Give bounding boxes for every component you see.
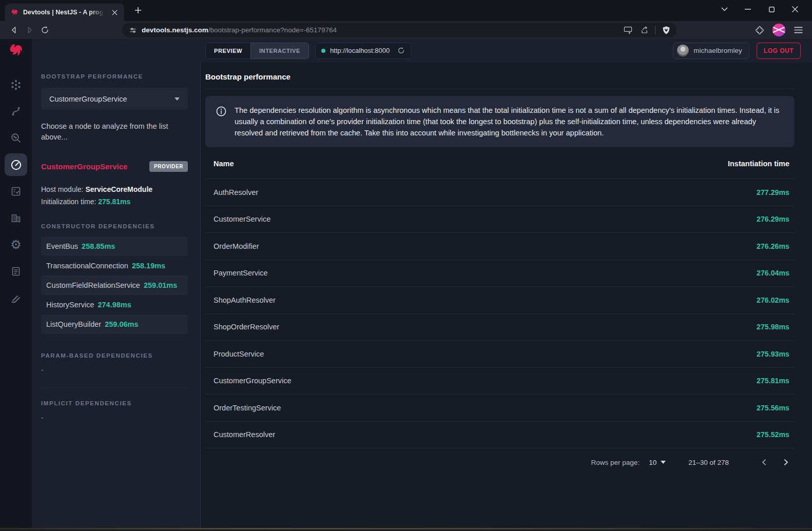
logout-button[interactable]: LOG OUT — [757, 43, 801, 59]
row-name: OrderTestingService — [214, 404, 281, 412]
devtools-app: PREVIEW INTERACTIVE http://localhost:800… — [0, 39, 812, 529]
node-select-dropdown[interactable]: CustomerGroupService — [41, 88, 188, 110]
toolbar-right-actions — [752, 23, 806, 37]
site-settings-icon[interactable] — [129, 26, 137, 34]
close-window-button[interactable] — [783, 1, 807, 17]
table-row[interactable]: CustomerService276.29ms — [205, 206, 795, 233]
username: michaelbromley — [693, 47, 742, 54]
pagination-bar: Rows per page: 10 21–30 of 278 — [205, 448, 795, 476]
app-header: PREVIEW INTERACTIVE http://localhost:800… — [0, 39, 812, 62]
table-row[interactable]: AuthResolver277.29ms — [205, 179, 795, 206]
node-name: CustomerGroupService — [41, 162, 127, 171]
forward-button[interactable] — [22, 23, 37, 37]
table-body: AuthResolver277.29msCustomerService276.2… — [205, 179, 795, 448]
user-avatar — [677, 45, 689, 56]
window-controls — [712, 0, 807, 18]
info-callout: The dependencies resolution algorithm is… — [205, 96, 795, 147]
row-name: AuthResolver — [214, 188, 258, 196]
node-meta: Host module: ServiceCoreModule Initializ… — [41, 183, 188, 208]
dependency-name: CustomFieldRelationService — [46, 281, 140, 289]
dependency-item[interactable]: TransactionalConnection258.19ms — [41, 256, 188, 276]
table-row[interactable]: ProductService275.93ms — [205, 341, 795, 368]
window-bottom-edge — [0, 528, 812, 529]
tab-search-chevron-icon[interactable] — [712, 1, 736, 17]
dependency-name: ListQueryBuilder — [46, 320, 101, 328]
dependency-item[interactable]: CustomFieldRelationService259.01ms — [41, 276, 188, 295]
performance-table: Name Instantiation time AuthResolver277.… — [205, 148, 795, 448]
dependency-time: 274.98ms — [98, 301, 131, 309]
graph-icon[interactable] — [5, 73, 27, 96]
previous-page-button[interactable] — [756, 454, 773, 471]
panel-hint: Choose a node to analyze from the list a… — [41, 121, 175, 143]
rows-per-page-select[interactable]: 10 — [649, 459, 666, 466]
table-row[interactable]: CustomerResolver275.52ms — [205, 422, 795, 449]
insights-icon[interactable] — [5, 127, 27, 149]
routes-icon[interactable] — [5, 100, 27, 123]
tools-icon[interactable] — [5, 287, 27, 309]
main-content: Bootstrap performance The dependencies r… — [201, 62, 812, 529]
dependency-time: 258.85ms — [82, 242, 115, 250]
reading-mode-icon[interactable] — [621, 24, 635, 37]
reload-button[interactable] — [37, 23, 52, 37]
implicit-deps-empty: - — [41, 414, 188, 422]
rows-per-page-value: 10 — [649, 459, 656, 466]
address-bar[interactable]: devtools.nestjs.com/bootstrap-performanc… — [122, 23, 676, 37]
browser-tab[interactable]: Devtools | NestJS - A progressive — [5, 4, 124, 21]
browser-toolbar: devtools.nestjs.com/bootstrap-performanc… — [0, 21, 812, 39]
back-button[interactable] — [6, 23, 22, 37]
dependency-name: HistoryService — [46, 301, 94, 309]
row-instantiation-time: 275.81ms — [757, 377, 789, 385]
table-row[interactable]: CustomerGroupService275.81ms — [205, 368, 795, 395]
row-name: CustomerResolver — [214, 430, 275, 439]
row-name: OrderModifier — [214, 242, 259, 250]
node-select-value: CustomerGroupService — [49, 95, 127, 103]
browser-menu-icon[interactable] — [790, 23, 806, 37]
dependency-name: TransactionalConnection — [46, 262, 128, 270]
target-url-text: http://localhost:8000 — [330, 47, 390, 54]
table-row[interactable]: OrderTestingService275.56ms — [205, 395, 795, 422]
address-bar-actions — [621, 24, 673, 37]
interactive-button[interactable]: INTERACTIVE — [250, 43, 309, 59]
panel-divider — [41, 387, 188, 388]
table-row[interactable]: ShopAuthResolver276.02ms — [205, 287, 795, 314]
browser-profile-avatar[interactable] — [772, 24, 785, 36]
performance-gauge-icon[interactable] — [5, 153, 27, 176]
user-menu[interactable]: michaelbromley — [673, 43, 749, 59]
target-reload-icon[interactable] — [397, 47, 405, 54]
dependency-item[interactable]: HistoryService274.98ms — [41, 295, 188, 314]
table-row[interactable]: OrderModifier276.26ms — [205, 233, 795, 260]
modules-icon[interactable] — [5, 207, 27, 229]
dependency-time: 259.01ms — [144, 281, 177, 289]
audit-checklist-icon[interactable] — [5, 180, 27, 203]
tab-title: Devtools | NestJS - A progressive — [23, 9, 106, 16]
table-header: Name Instantiation time — [205, 148, 795, 179]
new-tab-button[interactable] — [131, 4, 145, 17]
chevron-down-icon — [661, 461, 666, 464]
dependency-item[interactable]: ListQueryBuilder259.06ms — [41, 314, 188, 334]
dependency-time: 258.19ms — [132, 262, 165, 270]
settings-gear-icon[interactable]: ⚙ — [5, 233, 27, 256]
host-module-line: Host module: ServiceCoreModule — [41, 183, 188, 195]
tab-close-icon[interactable] — [110, 8, 119, 17]
share-icon[interactable] — [637, 24, 651, 37]
param-deps-empty: - — [41, 366, 188, 374]
row-name: ShopOrderResolver — [214, 323, 279, 331]
provider-badge: PROVIDER — [149, 161, 188, 172]
brave-shield-icon[interactable] — [659, 24, 673, 37]
extensions-icon[interactable] — [752, 23, 767, 37]
minimize-button[interactable] — [736, 1, 760, 17]
target-url-field[interactable]: http://localhost:8000 — [315, 43, 411, 59]
info-icon — [216, 106, 227, 117]
preview-button[interactable]: PREVIEW — [205, 43, 250, 59]
row-instantiation-time: 275.98ms — [757, 323, 789, 331]
next-page-button[interactable] — [777, 454, 795, 471]
row-name: CustomerService — [214, 215, 270, 223]
node-header: CustomerGroupService PROVIDER — [41, 161, 188, 172]
table-row[interactable]: PaymentService276.04ms — [205, 260, 795, 287]
maximize-button[interactable] — [760, 1, 783, 17]
dependency-item[interactable]: EventBus258.85ms — [41, 237, 188, 256]
table-row[interactable]: ShopOrderResolver275.98ms — [205, 314, 795, 341]
nav-rail: ⚙ — [0, 62, 32, 529]
column-name: Name — [214, 160, 234, 168]
logs-icon[interactable] — [5, 260, 27, 283]
